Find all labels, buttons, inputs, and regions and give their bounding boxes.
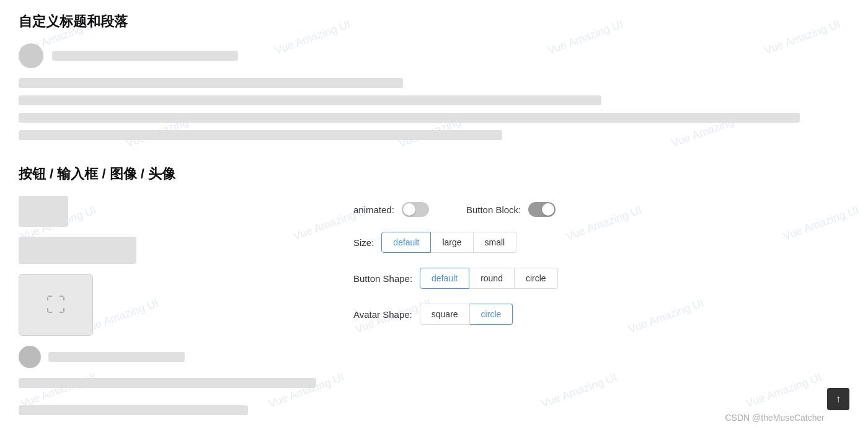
bar-row-2 <box>19 95 849 105</box>
section1: 自定义标题和段落 <box>19 12 849 140</box>
button-block-control: Button Block: <box>466 202 556 217</box>
back-to-top-icon: ↑ <box>836 393 841 405</box>
skeleton-bar-1 <box>19 78 403 88</box>
skeleton-bar-avatar <box>48 352 185 362</box>
section2-body: ⛶ animated: <box>19 196 849 423</box>
main-content: 自定义标题和段落 按钮 / 输入框 / 图像 / 头像 <box>0 0 868 435</box>
control-row-size: Size: default large small <box>353 232 849 253</box>
skeleton-button-preview <box>19 196 68 227</box>
avatar-small-circle <box>19 346 41 368</box>
image-placeholder: ⛶ <box>19 274 93 336</box>
control-row-button-shape: Button Shape: default round circle <box>353 268 849 289</box>
bar-row-bottom2 <box>19 405 316 415</box>
section1-title: 自定义标题和段落 <box>19 12 849 31</box>
control-row-avatar-shape: Avatar Shape: square circle <box>353 304 849 325</box>
right-panel: animated: Button Block: Size: default <box>353 196 849 325</box>
section2-title: 按钮 / 输入框 / 图像 / 头像 <box>19 165 849 183</box>
avatar-small-row <box>19 346 316 368</box>
button-shape-label: Button Shape: <box>353 273 412 284</box>
shape-btn-round[interactable]: round <box>469 268 515 289</box>
shape-btn-default[interactable]: default <box>420 268 469 289</box>
button-block-label: Button Block: <box>466 204 521 215</box>
avatar-shape-btn-square[interactable]: square <box>420 304 470 325</box>
section2: 按钮 / 输入框 / 图像 / 头像 ⛶ <box>19 165 849 423</box>
skeleton-bar-b2 <box>19 405 248 415</box>
avatar-circle <box>19 43 43 68</box>
size-btn-small[interactable]: small <box>474 232 517 253</box>
left-panel: ⛶ <box>19 196 316 423</box>
bar-row-1 <box>19 78 849 88</box>
skeleton-bar-3 <box>19 113 800 123</box>
animated-label: animated: <box>353 204 394 215</box>
bar-row-bottom1 <box>19 378 316 388</box>
avatar-shape-label: Avatar Shape: <box>353 309 412 320</box>
button-shape-control: Button Shape: default round circle <box>353 268 558 289</box>
avatar-shape-btn-circle[interactable]: circle <box>470 304 513 325</box>
button-block-toggle[interactable] <box>528 202 556 217</box>
back-to-top-button[interactable]: ↑ <box>827 388 849 410</box>
skeleton-bar-b1 <box>19 378 316 388</box>
image-icon: ⛶ <box>46 294 66 317</box>
size-label: Size: <box>353 237 374 248</box>
skeleton-bar-4 <box>19 130 502 140</box>
bar-row-3 <box>19 113 849 123</box>
size-btn-group: default large small <box>381 232 516 253</box>
skeleton-bar-2 <box>19 95 601 105</box>
avatar-shape-control: Avatar Shape: square circle <box>353 304 513 325</box>
control-row-toggles: animated: Button Block: <box>353 202 849 217</box>
avatar-bar-row <box>19 43 849 68</box>
bar-row-4 <box>19 130 849 140</box>
avatar-shape-btn-group: square circle <box>420 304 513 325</box>
size-btn-default[interactable]: default <box>381 232 431 253</box>
size-btn-large[interactable]: large <box>431 232 473 253</box>
button-shape-btn-group: default round circle <box>420 268 558 289</box>
size-control: Size: default large small <box>353 232 516 253</box>
animated-toggle[interactable] <box>402 202 429 217</box>
shape-btn-circle[interactable]: circle <box>515 268 558 289</box>
skeleton-input-preview <box>19 237 136 264</box>
skeleton-bar-0 <box>52 51 238 61</box>
animated-control: animated: <box>353 202 429 217</box>
